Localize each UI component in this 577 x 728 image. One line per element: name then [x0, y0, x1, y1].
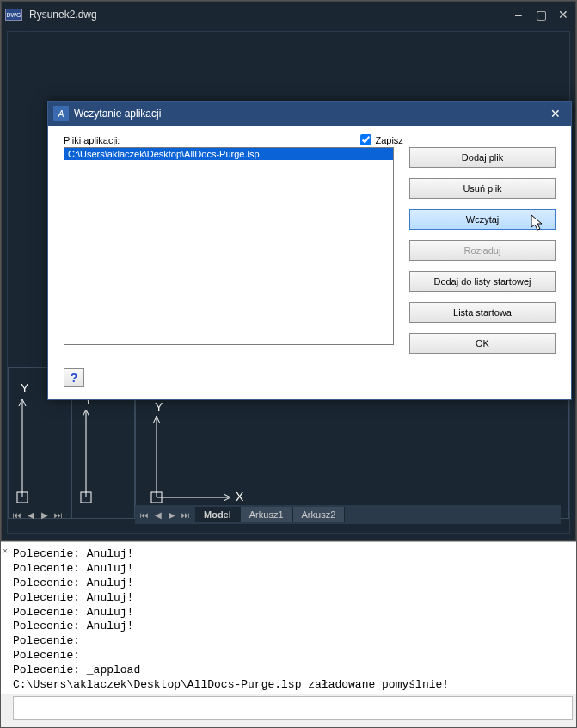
- nav-next-icon[interactable]: ▶: [166, 509, 178, 521]
- command-log: ✕ Polecenie: Anuluj! Polecenie: Anuluj! …: [1, 541, 576, 694]
- layout-tabs: ⏮ ◀ ▶ ⏭ Model Arkusz1 Arkusz2: [135, 505, 561, 524]
- unload-button: Rozładuj: [409, 240, 556, 261]
- tab-model[interactable]: Model: [195, 507, 241, 522]
- nav-last-icon[interactable]: ⏭: [180, 509, 192, 521]
- nav-first-icon[interactable]: ⏮: [138, 509, 150, 521]
- log-line: Polecenie: Anuluj!: [13, 620, 573, 634]
- add-file-button[interactable]: Dodaj plik: [409, 147, 556, 168]
- minimize-button[interactable]: –: [510, 6, 527, 23]
- maximize-button[interactable]: ▢: [532, 6, 549, 23]
- help-button[interactable]: ?: [64, 368, 84, 387]
- cursor-icon: [531, 214, 546, 233]
- log-line: Polecenie: _appload: [13, 663, 573, 678]
- nav-first-icon[interactable]: ⏮: [11, 509, 23, 521]
- dialog-titlebar: A Wczytanie aplikacji ✕: [48, 102, 571, 126]
- dialog-title: Wczytanie aplikacji: [74, 108, 545, 120]
- log-line: Polecenie:: [13, 634, 573, 649]
- log-line: Polecenie: Anuluj!: [13, 591, 573, 606]
- log-line: C:\Users\aklaczek\Desktop\AllDocs-Purge.…: [13, 678, 573, 693]
- log-line: Polecenie: Anuluj!: [13, 606, 573, 620]
- list-item[interactable]: C:\Users\aklaczek\Desktop\AllDocs-Purge.…: [64, 148, 393, 160]
- log-line: Polecenie: Anuluj!: [13, 562, 573, 577]
- svg-text:Y: Y: [21, 381, 29, 395]
- save-checkbox-label: Zapisz: [375, 135, 402, 145]
- files-label: Pliki aplikacji:: [64, 135, 120, 145]
- tab-sheet2[interactable]: Arkusz2: [293, 507, 346, 522]
- log-close-icon[interactable]: ✕: [3, 546, 8, 557]
- svg-marker-11: [531, 215, 542, 230]
- save-checkbox[interactable]: [360, 134, 371, 145]
- nav-next-icon[interactable]: ▶: [39, 509, 51, 521]
- ok-button[interactable]: OK: [409, 333, 556, 354]
- remove-file-button[interactable]: Usuń plik: [409, 178, 556, 199]
- startup-list-button[interactable]: Lista startowa: [409, 302, 556, 323]
- svg-text:X: X: [236, 490, 244, 503]
- drawing-area: Y Y Y X: [7, 31, 570, 534]
- add-startup-button[interactable]: Dodaj do listy startowej: [409, 271, 556, 292]
- nav-last-icon[interactable]: ⏭: [52, 509, 64, 521]
- log-line: Polecenie: Anuluj!: [13, 547, 573, 562]
- load-application-dialog: A Wczytanie aplikacji ✕ Pliki aplikacji:…: [47, 101, 572, 400]
- command-input[interactable]: [13, 696, 573, 720]
- log-line: Polecenie:: [13, 649, 573, 663]
- files-listbox[interactable]: C:\Users\aklaczek\Desktop\AllDocs-Purge.…: [64, 147, 394, 345]
- load-button[interactable]: Wczytaj: [409, 209, 556, 230]
- dialog-icon: A: [53, 106, 69, 121]
- main-window: DWG Rysunek2.dwg – ▢ ✕ 1 Y: [1, 1, 576, 541]
- close-button[interactable]: ✕: [555, 6, 572, 23]
- titlebar: DWG Rysunek2.dwg – ▢ ✕: [2, 2, 575, 28]
- app-icon: DWG: [5, 9, 22, 21]
- dialog-close-button[interactable]: ✕: [545, 105, 566, 122]
- nav-prev-icon[interactable]: ◀: [152, 509, 164, 521]
- svg-text:Y: Y: [155, 400, 163, 414]
- nav-prev-icon[interactable]: ◀: [25, 509, 37, 521]
- tab-sheet1[interactable]: Arkusz1: [241, 507, 293, 522]
- log-line: Polecenie: Anuluj!: [13, 577, 573, 591]
- window-title: Rysunek2.dwg: [29, 9, 510, 21]
